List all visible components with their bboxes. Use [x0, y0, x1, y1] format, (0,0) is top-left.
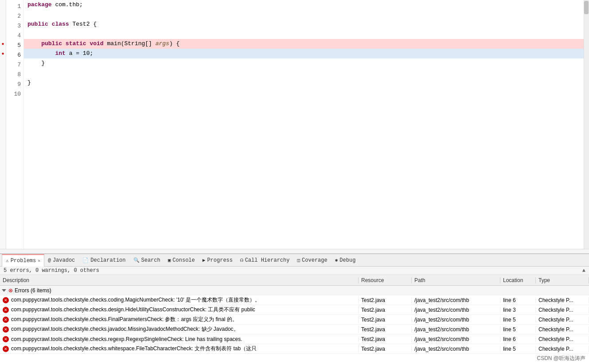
desc-3: ✕ com.puppycrawl.tools.checkstyle.checks…	[0, 325, 359, 333]
table-row-3[interactable]: ✕ com.puppycrawl.tools.checkstyle.checks…	[0, 325, 589, 334]
plain-3a	[48, 19, 52, 29]
bottom-scroll-area[interactable]	[0, 249, 589, 253]
tab-progress[interactable]: ▶ Progress	[199, 254, 237, 267]
type-2: Checkstyle P...	[536, 317, 589, 323]
javadoc-label: Javadoc	[53, 257, 75, 263]
marker-8	[0, 68, 6, 78]
table-row-5[interactable]: ✕ com.puppycrawl.tools.checkstyle.checks…	[0, 344, 589, 354]
call-hierarchy-label: Call Hierarchy	[245, 257, 290, 263]
code-line-10	[24, 88, 589, 97]
error-icon-1: ✕	[3, 307, 9, 313]
tab-coverage[interactable]: ◫ Coverage	[293, 254, 331, 267]
group-error-icon: ⊗	[8, 287, 13, 294]
col-resource: Resource	[359, 277, 412, 283]
location-2: line 5	[500, 317, 536, 323]
plain-5d: ) {	[169, 39, 179, 49]
location-5: line 5	[500, 346, 536, 352]
ln-3: 3	[8, 21, 21, 31]
table-row-2[interactable]: ✕ com.puppycrawl.tools.checkstyle.checks…	[0, 315, 589, 325]
line-numbers: 1 2 3 4 5 6 7 8 9 10	[6, 0, 24, 249]
group-label: Errors (6 items)	[15, 287, 51, 294]
search-icon: 🔍	[133, 257, 140, 263]
type-4: Checkstyle P...	[536, 336, 589, 342]
plain-5a	[62, 39, 66, 49]
location-0: line 6	[500, 297, 536, 303]
tab-call-hierarchy[interactable]: ☊ Call Hierarchy	[237, 254, 293, 267]
tab-search[interactable]: 🔍 Search	[130, 254, 164, 267]
kw-void: void	[90, 39, 103, 49]
code-body[interactable]: package com.thb; public class Test2 { pu…	[24, 0, 589, 249]
plain-1: com.thb;	[52, 0, 83, 10]
status-text: 5 errors, 0 warnings, 0 others	[4, 267, 99, 274]
plain-9: }	[27, 78, 31, 88]
desc-0: ✕ com.puppycrawl.tools.checkstyle.checks…	[0, 296, 359, 304]
kw-public2: public	[41, 39, 62, 49]
path-5: /java_test2/src/com/thb	[412, 346, 500, 352]
ln-10: 10	[8, 89, 21, 99]
resource-3: Test2.java	[359, 326, 412, 333]
resource-1: Test2.java	[359, 307, 412, 313]
path-1: /java_test2/src/com/thb	[412, 307, 500, 313]
sort-icon: ▲	[582, 267, 585, 274]
console-icon: ▣	[168, 257, 171, 263]
ln-1: 1	[8, 2, 21, 12]
table-row-0[interactable]: ✕ com.puppycrawl.tools.checkstyle.checks…	[0, 295, 589, 305]
code-line-6: int a = 10;	[24, 49, 589, 58]
path-4: /java_test2/src/com/thb	[412, 336, 500, 342]
tab-javadoc[interactable]: @ Javadoc	[44, 254, 79, 267]
coverage-icon: ◫	[297, 257, 300, 263]
code-line-4	[24, 29, 589, 39]
type-3: Checkstyle P...	[536, 326, 589, 333]
resource-2: Test2.java	[359, 317, 412, 323]
error-icon-2: ✕	[3, 317, 9, 323]
tab-declaration[interactable]: 📄 Declaration	[79, 254, 129, 267]
javadoc-icon: @	[48, 258, 51, 263]
marker-10	[0, 88, 6, 97]
plain-6a: a = 10;	[66, 49, 93, 58]
location-4: line 6	[500, 336, 536, 342]
type-int: int	[55, 49, 65, 58]
problems-table[interactable]: Description Resource Path Location Type …	[0, 275, 589, 364]
ln-6: 6	[8, 50, 21, 60]
type-0: Checkstyle P...	[536, 297, 589, 303]
col-location: Location	[500, 277, 536, 283]
group-errors[interactable]: ⊗ Errors (6 items)	[0, 286, 589, 295]
marker-3	[0, 19, 6, 29]
table-header: Description Resource Path Location Type	[0, 275, 589, 286]
scrollbar-thumb[interactable]	[584, 1, 589, 14]
code-line-9: }	[24, 78, 589, 88]
problems-close[interactable]: ✕	[38, 258, 40, 263]
indent-5	[27, 39, 41, 49]
bottom-panel: ⚠ Problems ✕ @ Javadoc 📄 Declaration 🔍 S…	[0, 253, 589, 364]
progress-label: Progress	[207, 257, 233, 263]
tab-debug[interactable]: ✱ Debug	[332, 254, 360, 267]
kw-public: public	[27, 19, 48, 29]
resource-4: Test2.java	[359, 336, 412, 342]
code-container: ● ● 1 2 3 4 5 6 7 8 9 10 package com.thb…	[0, 0, 589, 249]
tab-bar: ⚠ Problems ✕ @ Javadoc 📄 Declaration 🔍 S…	[0, 254, 589, 267]
tab-problems[interactable]: ⚠ Problems ✕	[2, 254, 44, 267]
declaration-icon: 📄	[82, 257, 89, 263]
error-icon-4: ✕	[3, 336, 9, 342]
watermark: CSDN @听海边涛声	[537, 355, 585, 362]
problems-icon: ⚠	[6, 258, 9, 263]
resource-5: Test2.java	[359, 346, 412, 352]
path-2: /java_test2/src/com/thb	[412, 317, 500, 323]
marker-7	[0, 58, 6, 68]
location-1: line 3	[500, 307, 536, 313]
code-line-2	[24, 10, 589, 19]
ln-7: 7	[8, 60, 21, 70]
kw-package: package	[27, 0, 52, 10]
tab-console[interactable]: ▣ Console	[164, 254, 199, 267]
marker-6: ●	[0, 49, 6, 58]
call-hierarchy-icon: ☊	[240, 257, 243, 263]
table-row-1[interactable]: ✕ com.puppycrawl.tools.checkstyle.checks…	[0, 305, 589, 315]
plain-7: }	[27, 58, 45, 68]
code-line-8	[24, 68, 589, 78]
table-row-4[interactable]: ✕ com.puppycrawl.tools.checkstyle.checks…	[0, 334, 589, 344]
code-line-5: public static void main(String[] args) {	[24, 39, 589, 49]
right-scrollbar[interactable]	[584, 0, 589, 249]
left-side-markers: ● ●	[0, 0, 6, 249]
path-3: /java_test2/src/com/thb	[412, 326, 500, 333]
col-description: Description	[0, 277, 359, 283]
